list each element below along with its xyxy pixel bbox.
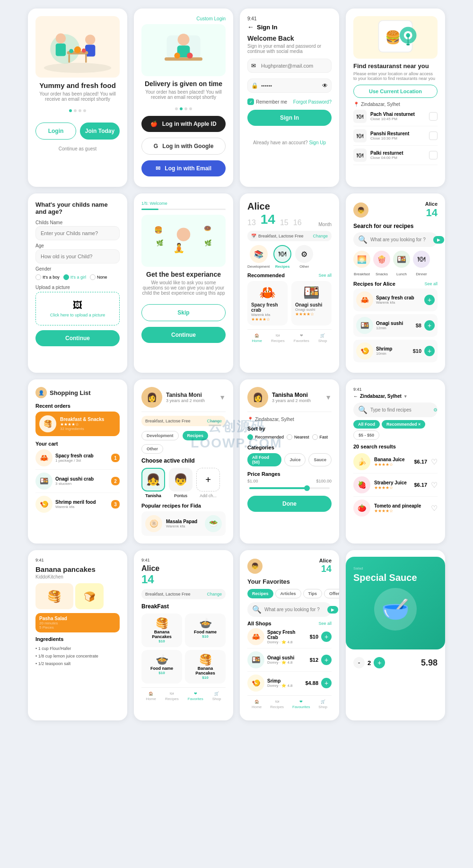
recipe-item-shrimp[interactable]: 🍤 Shrimp 10min $10 + bbox=[353, 340, 438, 362]
favorites-search-button[interactable]: ▶ bbox=[327, 606, 338, 614]
cat-lunch[interactable]: 🍱 Lunch bbox=[393, 251, 410, 277]
salad-banner[interactable]: Pasha Salad 20 minutes 5 Pieces bbox=[35, 613, 120, 632]
filter-icon[interactable]: ⚙ bbox=[433, 407, 438, 412]
change-button[interactable]: Change bbox=[207, 419, 222, 423]
chip-all-food[interactable]: All Food (50) bbox=[247, 453, 281, 466]
all-shops-see-all[interactable]: See all bbox=[318, 621, 332, 626]
development-category[interactable]: 📚 Development bbox=[247, 245, 270, 269]
add-fav-crab-button[interactable]: + bbox=[321, 631, 332, 642]
breakfast-food-4[interactable]: 🥞 Banana Pancakes $10 bbox=[185, 650, 226, 684]
tab-tips[interactable]: Tips bbox=[303, 589, 322, 598]
recommended-see-all[interactable]: See all bbox=[318, 273, 332, 278]
sauce-plus-button[interactable]: + bbox=[374, 657, 385, 668]
profile-expand-icon[interactable]: ▼ bbox=[219, 394, 226, 401]
forgot-password-link[interactable]: Forgot Password? bbox=[293, 99, 332, 105]
price-slider[interactable] bbox=[249, 487, 330, 489]
result-tomato-pineapple[interactable]: 🍅 Tometo and pineaple ★★★★☆ ♡ bbox=[353, 500, 438, 517]
change-meal-link[interactable]: Change bbox=[313, 234, 328, 238]
name-input[interactable] bbox=[35, 226, 120, 240]
done-button[interactable]: Done bbox=[247, 496, 332, 512]
food-card-crab[interactable]: 🦀 Spacy fresh crab Warenk kfa ★★★★☆ bbox=[247, 281, 288, 325]
profile2-expand-icon[interactable]: ▼ bbox=[325, 394, 332, 401]
cart-item-crab[interactable]: 🦀 Spacy fresh crab 1 package / 3st 1 bbox=[35, 449, 120, 470]
child-tanisha[interactable]: 👧 Tanisha bbox=[141, 468, 165, 498]
sort-nearest[interactable]: Nearest bbox=[287, 434, 309, 440]
none-radio[interactable] bbox=[90, 274, 96, 280]
guest-link[interactable]: Continue as guest bbox=[59, 146, 97, 151]
fav-nav-fav[interactable]: ❤Favourites bbox=[292, 700, 310, 709]
nav-recipes[interactable]: 🍽Recipes bbox=[271, 333, 285, 343]
use-location-button[interactable]: Use Current Location bbox=[353, 85, 438, 98]
cat-dinner[interactable]: 🍽 Dinner bbox=[413, 251, 430, 277]
breakfast-nav-home[interactable]: 🏠Home bbox=[146, 692, 156, 701]
boy-option[interactable]: It's a boy bbox=[35, 274, 60, 280]
experience-continue-button[interactable]: Continue bbox=[141, 327, 226, 343]
sort-fast-radio[interactable] bbox=[312, 434, 318, 440]
chip-sauce[interactable]: Sauce bbox=[308, 453, 332, 466]
age-input[interactable] bbox=[35, 249, 120, 263]
boy-radio[interactable] bbox=[35, 274, 41, 280]
fav-item-sushi[interactable]: 🍱 Onagi sushi Domry · ⭐ 4.8 $12 + bbox=[247, 651, 332, 672]
search-results-input[interactable] bbox=[370, 407, 430, 412]
breakfast-nav-fav[interactable]: ❤Favorites bbox=[188, 692, 203, 701]
fav-item-crab[interactable]: 🦀 Spacy Fresh Crab Domry · ⭐ 4.8 $10 + bbox=[247, 628, 332, 649]
cat-snacks[interactable]: 🍿 Snacks bbox=[373, 251, 390, 277]
back-button[interactable]: ← bbox=[247, 23, 254, 31]
breakfast-nav-recipes[interactable]: 🍽Recipes bbox=[165, 692, 179, 701]
fav-item-srimp[interactable]: 🍤 Srimp Domry · ⭐ 4.8 $4.88 + bbox=[247, 675, 332, 692]
breakfast-change[interactable]: Change bbox=[207, 592, 222, 596]
food-card-sushi[interactable]: 🍱 Onagi sushi Onagi sushi ★★★★☆ bbox=[291, 281, 332, 325]
search-submit-button[interactable]: ▶ bbox=[433, 236, 444, 244]
cart-item-shrimp[interactable]: 🍤 Shrimp meril food Warenk kfa 3 bbox=[35, 496, 120, 513]
continue-button[interactable]: Continue bbox=[35, 330, 120, 346]
banana-juice-fav[interactable]: ♡ bbox=[431, 457, 438, 466]
join-button[interactable]: Join Today bbox=[80, 123, 120, 140]
add-sushi-button[interactable]: + bbox=[424, 320, 435, 331]
recipe-item-sushi[interactable]: 🍱 Onagi sushi 12min $8 + bbox=[353, 314, 438, 337]
back-icon[interactable]: ← bbox=[353, 394, 358, 399]
breakfast-nav-shop[interactable]: 🛒Shop bbox=[212, 692, 221, 701]
tab-offer[interactable]: Offer bbox=[324, 589, 339, 598]
breakfast-food-1[interactable]: 🥞 Banana Pancakes $10 bbox=[141, 614, 182, 647]
add-fav-sushi-button[interactable]: + bbox=[321, 655, 332, 665]
fav-nav-recipes[interactable]: 🍽Recipes bbox=[270, 700, 284, 709]
search-results-bar[interactable]: 🔍 ⚙ bbox=[353, 403, 438, 417]
girl-option[interactable]: It's a girl bbox=[63, 274, 86, 280]
result-banana-juice[interactable]: 🍌 Banana Juice ★★★★☆ $6.17 ♡ bbox=[353, 453, 438, 473]
dropdown-icon[interactable]: ▼ bbox=[403, 394, 408, 399]
chip-juice[interactable]: Juice bbox=[284, 453, 306, 466]
restaurant-item[interactable]: 🍽 Panshi Resturent Close 10:30 PM bbox=[353, 129, 438, 146]
upload-area[interactable]: 🖼 Click here to upload a picture bbox=[35, 292, 120, 325]
google-login-button[interactable]: G Log in with Google bbox=[141, 138, 226, 155]
restaurant-item[interactable]: 🍽 Pach Vhai resturnet Close 10:45 PM bbox=[353, 110, 438, 126]
restaurant-checkbox[interactable] bbox=[429, 151, 438, 159]
restaurant-item[interactable]: 🍽 Palki resturnet Close 04:00 PM bbox=[353, 149, 438, 165]
cat-breakfast[interactable]: 🌅 Breakfast bbox=[353, 251, 370, 277]
login-button[interactable]: Login bbox=[35, 123, 76, 140]
add-child-button[interactable]: + Add ch... bbox=[196, 468, 220, 498]
restaurant-checkbox[interactable] bbox=[429, 132, 438, 140]
popular-recipe-item[interactable]: 🫓 Masala Papad Warenk kfa 🥗 bbox=[141, 511, 226, 536]
girl-radio[interactable] bbox=[63, 274, 69, 280]
result-strawberry-juice[interactable]: 🍓 Strabery Juice ★★★★☆ $6.17 ♡ bbox=[353, 476, 438, 497]
none-option[interactable]: None bbox=[90, 274, 107, 280]
breakfast-food-3[interactable]: 🍲 Food name $10 bbox=[141, 650, 182, 684]
eye-icon[interactable]: 👁 bbox=[322, 82, 328, 89]
breakfast-food-2[interactable]: 🍲 Food name $10 bbox=[185, 614, 226, 647]
fav-nav-home[interactable]: 🏠Home bbox=[252, 700, 262, 709]
chip-all[interactable]: All Food bbox=[353, 420, 380, 429]
add-fav-srimp-button[interactable]: + bbox=[321, 678, 332, 688]
child-pontus[interactable]: 👦 Pontus bbox=[169, 468, 193, 498]
apple-login-button[interactable]: 🍎 Log in with Apple ID bbox=[141, 116, 226, 132]
sort-recommended[interactable]: Recommended bbox=[247, 434, 284, 440]
recipe-item-crab[interactable]: 🦀 Spacy fresh crab Warenk kfa + bbox=[353, 289, 438, 311]
restaurant-checkbox[interactable] bbox=[429, 112, 438, 121]
other-category[interactable]: ⚙ Other bbox=[295, 245, 313, 269]
strawberry-juice-fav[interactable]: ♡ bbox=[431, 481, 438, 490]
remember-me-label[interactable]: ✓ Remember me bbox=[247, 98, 287, 105]
password-input[interactable] bbox=[247, 79, 332, 93]
recipes-search-input[interactable] bbox=[370, 237, 430, 242]
recipes-category[interactable]: 🍽 Recipes bbox=[273, 245, 291, 269]
favorites-search[interactable]: 🔍 ▶ bbox=[247, 602, 332, 617]
sort-fast[interactable]: Fast bbox=[312, 434, 328, 440]
